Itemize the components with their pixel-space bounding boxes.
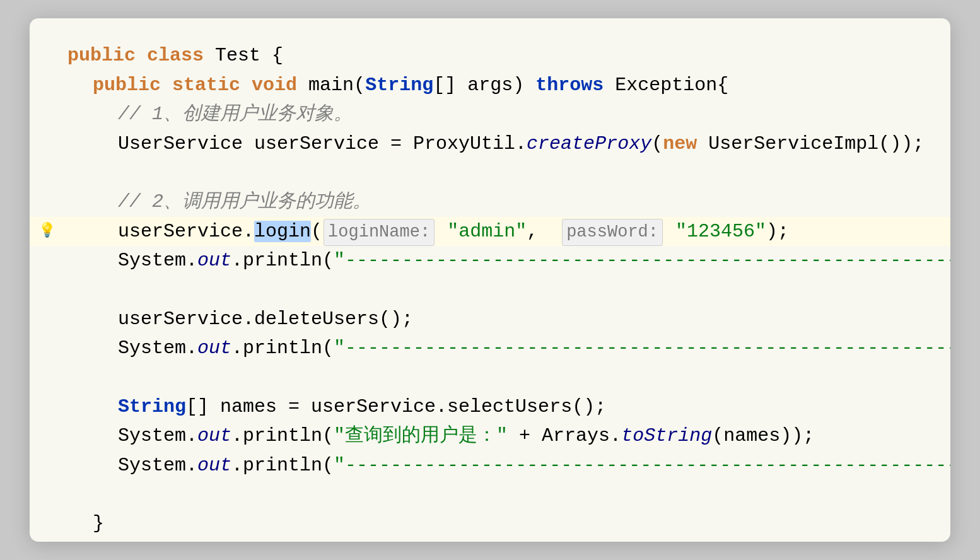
plain-text [436, 221, 447, 242]
plain-text: .println( [231, 250, 334, 271]
selected-token: login [254, 221, 311, 242]
param-hint-loginname: loginName: [324, 219, 435, 247]
plain-text [664, 221, 675, 242]
plain-text: (names)); [712, 425, 814, 446]
keyword-blue: String [118, 396, 186, 417]
plain-text: userService. [118, 221, 254, 242]
plain-text: } [93, 513, 104, 534]
string-dashes: "---------------------------------------… [334, 455, 950, 476]
plain-text: main( [297, 74, 365, 96]
method-name: out [197, 250, 231, 271]
keyword-blue: String [365, 74, 433, 96]
keyword: public [93, 74, 161, 96]
plain-text: .println( [231, 455, 334, 476]
plain-text: + Arrays. [508, 425, 621, 446]
plain-text: .println( [231, 337, 334, 359]
keyword: void [252, 74, 297, 96]
code-area: public class Test { public static void m… [30, 18, 950, 542]
plain-text [161, 74, 172, 96]
code-line: UserService userService = ProxyUtil.crea… [30, 129, 950, 159]
code-line: System.out.println("查询到的用户是：" + Arrays.t… [30, 421, 950, 451]
plain-text: System. [118, 250, 197, 271]
string-value: "admin" [447, 221, 527, 242]
code-line [30, 480, 950, 509]
plain-text: .println( [231, 425, 334, 446]
plain-text: System. [118, 337, 197, 359]
plain-text: ( [651, 133, 663, 155]
code-line: System.out.println("--------------------… [30, 451, 950, 481]
code-line: userService.deleteUsers(); [30, 305, 950, 334]
throws-keyword: throws [535, 74, 604, 96]
plain-text: ( [311, 221, 322, 242]
plain-text: userService.deleteUsers(); [118, 308, 413, 330]
string-value: "查询到的用户是：" [334, 425, 508, 446]
string-dashes: "---------------------------------------… [334, 337, 950, 359]
method-name: out [197, 337, 231, 359]
keyword: static [172, 74, 240, 96]
code-line [30, 158, 950, 187]
param-hint-password: passWord: [562, 219, 663, 247]
method-name: out [197, 455, 231, 476]
plain-text: [] args) [433, 74, 535, 96]
lightbulb-icon: 💡 [38, 221, 55, 242]
plain-text: UserServiceImpl()); [697, 133, 924, 155]
code-line: System.out.println("--------------------… [30, 246, 950, 276]
plain-text: [] names = userService.selectUsers(); [186, 396, 606, 417]
code-line: public class Test { [30, 41, 950, 71]
keyword: new [663, 133, 697, 155]
plain-text: ); [766, 221, 789, 242]
plain-text: UserService userService = ProxyUtil. [118, 133, 527, 155]
string-value: "123456" [675, 221, 766, 242]
code-line: String[] names = userService.selectUsers… [30, 392, 950, 422]
plain-text: Test { [204, 45, 283, 66]
plain-text [240, 74, 252, 96]
code-line [30, 363, 950, 392]
string-dashes: "---------------------------------------… [334, 250, 950, 271]
code-line: // 1、创建用户业务对象。 [30, 100, 950, 129]
keyword: public class [67, 45, 204, 66]
method-name: out [197, 425, 231, 446]
plain-text: Exception{ [604, 74, 728, 96]
plain-text: , [527, 221, 561, 242]
editor-window: public class Test { public static void m… [30, 18, 950, 542]
plain-text: System. [118, 425, 197, 446]
method-name: toString [621, 425, 712, 446]
code-line: public static void main(String[] args) t… [30, 71, 950, 100]
plain-text: System. [118, 455, 197, 476]
code-line: } [30, 539, 950, 542]
code-line: // 2、调用用户业务的功能。 [30, 187, 950, 217]
code-line [30, 276, 950, 305]
comment: // 2、调用用户业务的功能。 [118, 191, 371, 213]
comment: // 1、创建用户业务对象。 [118, 103, 353, 125]
highlighted-code-line: 💡 userService.login(loginName: "admin", … [30, 217, 950, 247]
code-line: System.out.println("--------------------… [30, 334, 950, 363]
method-name: createProxy [527, 133, 651, 155]
code-line: } [30, 509, 950, 539]
